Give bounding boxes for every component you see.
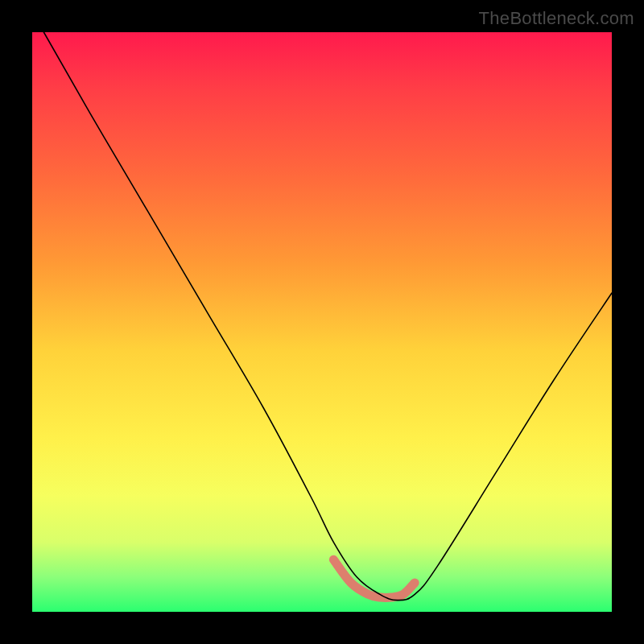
watermark-text: TheBottleneck.com [479, 8, 634, 29]
chart-svg [32, 32, 612, 612]
bottleneck-curve [43, 32, 612, 601]
optimal-range-highlight [333, 559, 415, 597]
plot-area [32, 32, 612, 612]
chart-frame: TheBottleneck.com [0, 0, 644, 644]
